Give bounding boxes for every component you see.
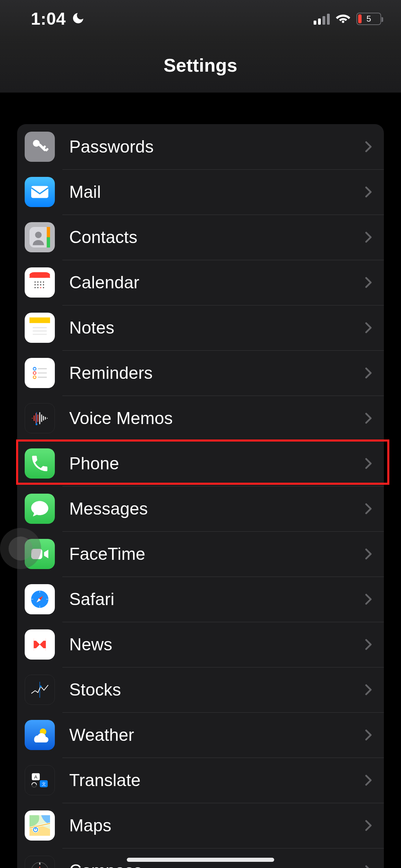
svg-rect-7 (47, 237, 50, 248)
settings-group: PasswordsMailContactsCalendarNotesRemind… (17, 124, 384, 868)
settings-row-label: Calendar (69, 273, 363, 292)
chevron-right-icon (363, 277, 374, 288)
chevron-right-icon (363, 820, 374, 831)
chevron-right-icon (363, 729, 374, 741)
svg-point-58 (40, 686, 41, 687)
svg-text:A: A (34, 774, 38, 780)
settings-row-label: Messages (69, 499, 363, 519)
svg-point-17 (37, 284, 38, 285)
svg-point-19 (43, 284, 44, 285)
svg-point-8 (35, 232, 41, 238)
svg-point-15 (43, 281, 44, 282)
chevron-right-icon (363, 548, 374, 560)
svg-point-0 (33, 140, 40, 147)
settings-row-label: News (69, 635, 363, 654)
settings-row-label: Weather (69, 725, 363, 745)
nav-bar: Settings (0, 38, 401, 93)
settings-row-weather[interactable]: Weather (17, 712, 384, 758)
phone-icon (25, 448, 55, 479)
svg-rect-4 (31, 186, 48, 198)
key-icon (25, 132, 55, 162)
chevron-right-icon (363, 322, 374, 334)
settings-row-label: Mail (69, 182, 363, 202)
status-clock: 1:04 (31, 9, 66, 29)
settings-row-label: Phone (69, 454, 363, 473)
chevron-right-icon (363, 503, 374, 515)
compass-icon: N (25, 856, 55, 868)
svg-point-14 (40, 281, 41, 282)
notes-icon (25, 313, 55, 343)
home-indicator[interactable] (127, 858, 274, 862)
status-left: 1:04 (31, 9, 85, 29)
news-icon (25, 629, 55, 660)
svg-rect-56 (34, 648, 46, 651)
svg-rect-26 (29, 317, 50, 322)
maps-icon (25, 810, 55, 841)
page-title: Settings (163, 55, 237, 76)
settings-row-label: FaceTime (69, 544, 363, 564)
chevron-right-icon (363, 141, 374, 153)
settings-row-label: Reminders (69, 363, 363, 383)
voicememos-icon (25, 403, 55, 433)
svg-point-22 (40, 287, 41, 288)
settings-row-label: Translate (69, 770, 363, 790)
messages-icon (25, 494, 55, 524)
settings-row-label: Safari (69, 589, 363, 609)
safari-icon (25, 584, 55, 614)
svg-rect-55 (34, 638, 46, 641)
settings-row-reminders[interactable]: Reminders (17, 350, 384, 396)
status-right: 5 (314, 11, 381, 27)
chevron-right-icon (363, 865, 374, 868)
settings-row-maps[interactable]: Maps (17, 803, 384, 848)
weather-icon (25, 720, 55, 750)
svg-point-21 (37, 287, 38, 288)
contacts-icon (25, 222, 55, 252)
chevron-right-icon (363, 639, 374, 650)
battery-icon: 5 (356, 13, 381, 25)
assistive-touch[interactable] (0, 528, 41, 569)
chevron-right-icon (363, 458, 374, 469)
settings-row-contacts[interactable]: Contacts (17, 215, 384, 260)
settings-row-safari[interactable]: Safari (17, 577, 384, 622)
svg-rect-11 (29, 276, 50, 278)
settings-row-news[interactable]: News (17, 622, 384, 667)
svg-point-16 (35, 284, 36, 285)
settings-row-label: Passwords (69, 137, 363, 157)
translate-icon: A文 (25, 765, 55, 795)
settings-row-label: Stocks (69, 680, 363, 700)
settings-row-label: Notes (69, 318, 363, 338)
chevron-right-icon (363, 774, 374, 786)
settings-row-notes[interactable]: Notes (17, 305, 384, 350)
settings-scroll[interactable]: PasswordsMailContactsCalendarNotesRemind… (0, 93, 401, 868)
settings-row-calendar[interactable]: Calendar (17, 260, 384, 305)
settings-row-translate[interactable]: A文Translate (17, 758, 384, 803)
calendar-icon (25, 267, 55, 298)
settings-row-voicememos[interactable]: Voice Memos (17, 396, 384, 441)
settings-row-phone[interactable]: Phone (17, 441, 384, 486)
dnd-moon-icon (71, 11, 85, 26)
stocks-icon (25, 675, 55, 705)
cellular-signal-icon (314, 13, 330, 25)
settings-row-label: Compass (69, 861, 363, 868)
chevron-right-icon (363, 186, 374, 198)
settings-row-facetime[interactable]: FaceTime (17, 531, 384, 577)
settings-row-passwords[interactable]: Passwords (17, 124, 384, 169)
chevron-right-icon (363, 412, 374, 424)
svg-text:文: 文 (42, 782, 46, 786)
status-bar: 1:04 5 (0, 0, 401, 38)
settings-row-mail[interactable]: Mail (17, 169, 384, 215)
chevron-right-icon (363, 593, 374, 605)
reminders-icon (25, 358, 55, 388)
chevron-right-icon (363, 231, 374, 243)
settings-row-label: Voice Memos (69, 408, 363, 428)
settings-row-messages[interactable]: Messages (17, 486, 384, 531)
mail-icon (25, 177, 55, 207)
svg-point-12 (35, 281, 36, 282)
svg-point-20 (35, 287, 36, 288)
settings-row-stocks[interactable]: Stocks (17, 667, 384, 712)
svg-point-23 (43, 287, 44, 288)
svg-text:N: N (39, 863, 41, 865)
chevron-right-icon (363, 684, 374, 696)
wifi-icon (336, 11, 350, 27)
chevron-right-icon (363, 367, 374, 379)
